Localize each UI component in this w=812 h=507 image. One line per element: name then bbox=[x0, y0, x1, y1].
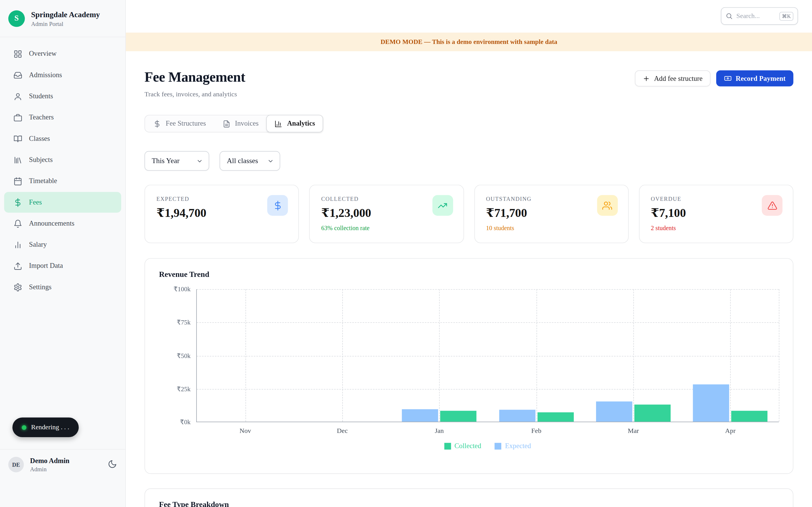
search-placeholder: Search... bbox=[737, 12, 776, 20]
banknote-icon bbox=[724, 74, 732, 82]
tab-analytics[interactable]: Analytics bbox=[266, 115, 323, 132]
sidebar-item-label: Settings bbox=[29, 283, 52, 291]
search-icon bbox=[725, 12, 733, 20]
legend-swatch bbox=[495, 443, 502, 449]
alert-icon bbox=[767, 201, 777, 210]
stat-sub: 10 students bbox=[486, 224, 617, 232]
stat-icon-box bbox=[597, 195, 617, 216]
gridline bbox=[245, 289, 246, 421]
x-axis-tick: Nov bbox=[222, 427, 268, 435]
gear-icon bbox=[13, 283, 22, 291]
record-payment-button[interactable]: Record Payment bbox=[716, 70, 794, 87]
stat-icon-box bbox=[762, 195, 782, 216]
org-meta: Springdale Academy Admin Portal bbox=[31, 10, 100, 27]
sidebar-item-salary[interactable]: Salary bbox=[4, 234, 121, 255]
sidebar-item-admissions[interactable]: Admissions bbox=[4, 65, 121, 86]
record-payment-label: Record Payment bbox=[735, 74, 785, 82]
page-title-block: Fee Management Track fees, invoices, and… bbox=[144, 69, 245, 98]
org-logo: S bbox=[8, 10, 25, 27]
sidebar-item-label: Fees bbox=[29, 198, 42, 206]
sidebar-item-label: Students bbox=[29, 92, 53, 100]
search-input[interactable]: Search... ⌘K bbox=[721, 7, 798, 25]
gridline bbox=[633, 289, 634, 421]
sidebar-item-fees[interactable]: Fees bbox=[4, 192, 121, 212]
add-fee-structure-label: Add fee structure bbox=[654, 74, 703, 82]
dollar-icon bbox=[273, 201, 283, 210]
sidebar-item-overview[interactable]: Overview bbox=[4, 43, 121, 64]
gridline bbox=[439, 289, 440, 421]
filters: This Year All classes bbox=[144, 151, 793, 171]
sidebar-item-announcements[interactable]: Announcements bbox=[4, 213, 121, 234]
chevron-down-icon bbox=[267, 158, 274, 164]
dollar-icon bbox=[13, 198, 22, 207]
x-axis-tick: Mar bbox=[610, 427, 657, 435]
sidebar-item-label: Announcements bbox=[29, 219, 74, 228]
avatar: DE bbox=[8, 457, 24, 472]
org-header: S Springdale Academy Admin Portal bbox=[0, 0, 125, 37]
class-select-value: All classes bbox=[227, 157, 258, 165]
main-content: Search... ⌘K DEMO MODE — This is a demo … bbox=[126, 0, 812, 507]
breakdown-title: Fee Type Breakdown bbox=[159, 500, 779, 507]
chart-icon bbox=[13, 240, 22, 249]
sidebar-item-label: Teachers bbox=[29, 113, 54, 121]
user-role: Admin bbox=[30, 466, 70, 472]
sidebar-item-students[interactable]: Students bbox=[4, 86, 121, 107]
plus-icon bbox=[643, 75, 650, 82]
grid-icon bbox=[13, 49, 22, 58]
page-body: Fee Management Track fees, invoices, and… bbox=[126, 69, 812, 507]
users-icon bbox=[603, 201, 612, 210]
period-select-value: This Year bbox=[152, 157, 180, 165]
briefcase-icon bbox=[13, 113, 22, 122]
calendar-icon bbox=[13, 177, 22, 185]
gridline bbox=[730, 289, 731, 421]
library-icon bbox=[13, 156, 22, 164]
bar-collected-feb bbox=[538, 412, 574, 421]
class-select[interactable]: All classes bbox=[220, 151, 280, 171]
sidebar-item-timetable[interactable]: Timetable bbox=[4, 171, 121, 191]
sidebar-item-label: Subjects bbox=[29, 156, 53, 164]
dark-mode-toggle[interactable] bbox=[108, 459, 117, 470]
bar-collected-mar bbox=[635, 404, 671, 421]
sidebar-item-teachers[interactable]: Teachers bbox=[4, 107, 121, 128]
file-icon bbox=[222, 120, 231, 128]
period-select[interactable]: This Year bbox=[144, 151, 209, 171]
x-axis-tick: Apr bbox=[707, 427, 754, 435]
gridline bbox=[342, 289, 343, 421]
sidebar-footer: DE Demo Admin Admin Rendering . . . bbox=[0, 449, 125, 507]
moon-icon bbox=[108, 459, 117, 468]
sidebar-item-subjects[interactable]: Subjects bbox=[4, 150, 121, 170]
chart-title: Revenue Trend bbox=[159, 270, 779, 279]
tab-label: Invoices bbox=[235, 119, 259, 128]
topbar: Search... ⌘K bbox=[126, 0, 812, 33]
page-actions: Add fee structure Record Payment bbox=[635, 70, 794, 87]
tab-fee-structures[interactable]: Fee Structures bbox=[145, 115, 214, 132]
tab-invoices[interactable]: Invoices bbox=[214, 115, 267, 132]
bell-icon bbox=[13, 219, 22, 228]
sidebar-item-import-data[interactable]: Import Data bbox=[4, 256, 121, 276]
sidebar: S Springdale Academy Admin Portal Overvi… bbox=[0, 0, 126, 507]
org-subtitle: Admin Portal bbox=[31, 20, 100, 27]
page-title: Fee Management bbox=[144, 69, 245, 86]
gridline bbox=[197, 323, 779, 323]
add-fee-structure-button[interactable]: Add fee structure bbox=[635, 70, 711, 87]
trend-icon bbox=[438, 201, 448, 210]
search-shortcut: ⌘K bbox=[779, 11, 794, 20]
gridline bbox=[779, 289, 779, 421]
tab-label: Analytics bbox=[287, 119, 315, 128]
sidebar-item-label: Salary bbox=[29, 240, 47, 249]
revenue-chart: ₹0k₹25k₹50k₹75k₹100kNovDecJanFebMarApr C… bbox=[159, 289, 779, 460]
org-name: Springdale Academy bbox=[31, 10, 100, 19]
bar-expected-mar bbox=[596, 402, 632, 421]
sidebar-item-classes[interactable]: Classes bbox=[4, 128, 121, 149]
plot-area: ₹0k₹25k₹50k₹75k₹100kNovDecJanFebMarApr bbox=[196, 289, 779, 422]
dollar-icon bbox=[153, 120, 161, 128]
book-icon bbox=[13, 134, 22, 143]
stat-sub: 2 students bbox=[651, 224, 781, 232]
demo-banner: DEMO MODE — This is a demo environment w… bbox=[126, 33, 812, 51]
legend-label: Expected bbox=[505, 442, 531, 450]
user-menu[interactable]: DE Demo Admin Admin bbox=[8, 457, 117, 472]
bar-collected-apr bbox=[731, 411, 768, 421]
user-name: Demo Admin bbox=[30, 457, 70, 465]
sidebar-item-settings[interactable]: Settings bbox=[4, 277, 121, 297]
status-dot bbox=[22, 425, 27, 430]
